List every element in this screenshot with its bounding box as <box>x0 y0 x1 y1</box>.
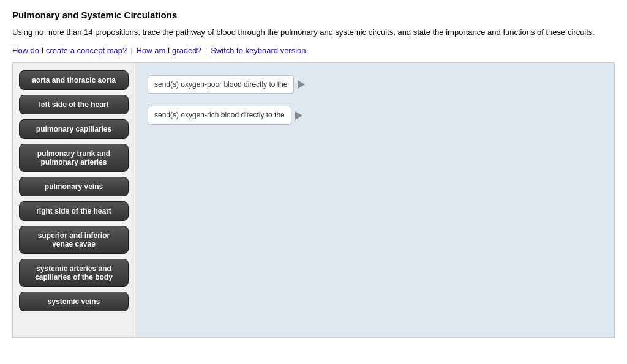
concept-nodes-panel: aorta and thoracic aorta left side of th… <box>13 63 135 337</box>
arrow-2 <box>295 111 302 120</box>
arrow-right-icon-1 <box>298 80 305 89</box>
node-systemic-arteries[interactable]: systemic arteries and capillaries of the… <box>19 259 129 287</box>
separator-2: | <box>205 46 207 55</box>
linking-phrase-2[interactable]: send(s) oxygen-rich blood directly to th… <box>148 106 291 125</box>
how-graded-link[interactable]: How am I graded? <box>137 46 201 55</box>
node-venae-cavae[interactable]: superior and inferior venae cavae <box>19 226 129 254</box>
node-right-heart[interactable]: right side of the heart <box>19 201 129 221</box>
linking-phrase-row-1: send(s) oxygen-poor blood directly to th… <box>148 75 305 94</box>
linking-phrase-row-2: send(s) oxygen-rich blood directly to th… <box>148 106 305 125</box>
linking-phrase-1[interactable]: send(s) oxygen-poor blood directly to th… <box>148 75 294 94</box>
node-pulm-veins[interactable]: pulmonary veins <box>19 177 129 196</box>
links-bar: How do I create a concept map? | How am … <box>12 46 615 55</box>
page-description: Using no more than 14 propositions, trac… <box>12 26 615 39</box>
keyboard-version-link[interactable]: Switch to keyboard version <box>211 46 306 55</box>
node-pulm-trunk[interactable]: pulmonary trunk and pulmonary arteries <box>19 144 129 172</box>
node-pulm-cap[interactable]: pulmonary capillaries <box>19 119 129 139</box>
linking-phrases: send(s) oxygen-poor blood directly to th… <box>148 75 305 125</box>
node-left-heart[interactable]: left side of the heart <box>19 95 129 114</box>
arrow-right-icon-2 <box>295 111 302 120</box>
arrow-1 <box>298 80 305 89</box>
page-title: Pulmonary and Systemic Circulations <box>12 10 615 20</box>
node-aorta[interactable]: aorta and thoracic aorta <box>19 70 129 90</box>
concept-map-area: aorta and thoracic aorta left side of th… <box>12 62 615 338</box>
node-systemic-veins[interactable]: systemic veins <box>19 292 129 311</box>
map-canvas[interactable]: send(s) oxygen-poor blood directly to th… <box>135 63 614 337</box>
how-create-link[interactable]: How do I create a concept map? <box>12 46 127 55</box>
separator-1: | <box>130 46 132 55</box>
